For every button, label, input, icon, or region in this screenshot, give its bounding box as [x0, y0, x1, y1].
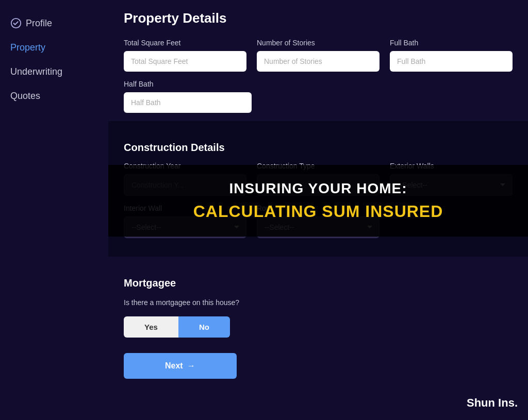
- total-square-feet-input[interactable]: [124, 51, 246, 72]
- full-bath-label: Full Bath: [390, 39, 513, 47]
- sidebar-item-label: Quotes: [10, 91, 40, 102]
- sidebar-item-label: Profile: [26, 18, 52, 29]
- full-bath-group: Full Bath: [390, 39, 513, 72]
- half-bath-label: Half Bath: [124, 80, 252, 88]
- overlay-title: INSURING YOUR HOME:: [124, 180, 513, 197]
- sidebar-item-label: Underwriting: [10, 66, 62, 77]
- sidebar-item-label: Property: [10, 42, 45, 53]
- brand-name: Shun Ins.: [467, 396, 518, 410]
- mortgagee-toggle-group: Yes No: [124, 316, 513, 338]
- total-square-feet-label: Total Square Feet: [124, 39, 246, 47]
- half-bath-input[interactable]: [124, 92, 252, 113]
- sidebar-item-underwriting[interactable]: Underwriting: [10, 64, 98, 79]
- property-row-2: Half Bath: [124, 80, 513, 113]
- check-icon: [10, 18, 22, 29]
- overlay-subtitle: CALCULATING SUM INSURED: [124, 202, 513, 221]
- calculating-overlay: INSURING YOUR HOME: CALCULATING SUM INSU…: [108, 165, 528, 237]
- total-square-feet-group: Total Square Feet: [124, 39, 246, 72]
- next-button[interactable]: Next →: [124, 353, 237, 379]
- sidebar-item-profile[interactable]: Profile: [10, 15, 98, 31]
- next-label: Next: [165, 361, 183, 371]
- mortgagee-yes-button[interactable]: Yes: [124, 316, 178, 338]
- number-of-stories-group: Number of Stories: [257, 39, 380, 72]
- mortgagee-section-title: Mortgagee: [124, 277, 513, 289]
- number-of-stories-input[interactable]: [257, 51, 380, 72]
- mortgagee-no-button[interactable]: No: [178, 316, 230, 338]
- number-of-stories-label: Number of Stories: [257, 39, 380, 47]
- full-bath-input[interactable]: [390, 51, 513, 72]
- sidebar-item-quotes[interactable]: Quotes: [10, 89, 98, 104]
- main-content: Property Details Total Square Feet Numbe…: [108, 0, 528, 420]
- half-bath-group: Half Bath: [124, 80, 252, 113]
- construction-section-title: Construction Details: [124, 142, 513, 154]
- property-row-1: Total Square Feet Number of Stories Full…: [124, 39, 513, 72]
- page-title: Property Details: [124, 10, 513, 26]
- next-arrow: →: [187, 361, 195, 371]
- construction-section: Construction Details Construction Year C…: [108, 121, 528, 257]
- mortgagee-question: Is there a mortgagee on this house?: [124, 297, 513, 308]
- sidebar-item-property[interactable]: Property: [10, 40, 98, 55]
- mortgagee-section: Mortgagee Is there a mortgagee on this h…: [124, 257, 513, 338]
- sidebar: Profile Property Underwriting Quotes: [0, 0, 108, 420]
